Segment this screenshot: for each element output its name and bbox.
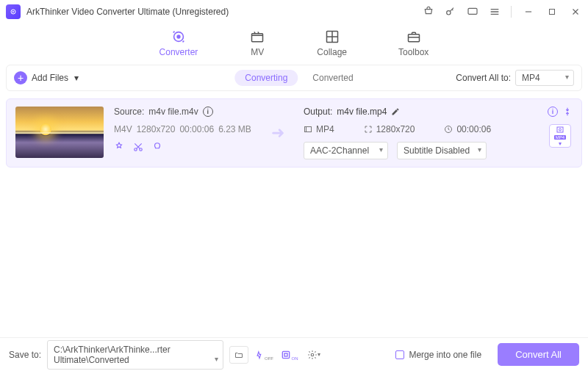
- edit-icon[interactable]: [114, 142, 124, 152]
- svg-rect-15: [282, 351, 289, 358]
- svg-rect-3: [550, 10, 555, 15]
- add-files-label: Add Files: [32, 73, 68, 83]
- tab-converting[interactable]: Converting: [234, 70, 298, 86]
- tab-label: MV: [251, 47, 264, 57]
- minimize-button[interactable]: [522, 6, 535, 18]
- settings-button[interactable]: ▾: [304, 346, 323, 364]
- source-specs: M4V 1280x720 00:00:06 6.23 MB: [114, 124, 261, 134]
- svg-rect-13: [557, 127, 563, 132]
- convert-all-format-select[interactable]: MP4: [515, 70, 574, 86]
- tab-label: Toolbox: [398, 47, 429, 57]
- menu-icon[interactable]: [489, 6, 501, 18]
- svg-rect-6: [252, 34, 263, 42]
- convert-all-to-label: Convert All to:: [456, 73, 511, 83]
- cut-icon[interactable]: [133, 142, 143, 152]
- output-specs: MP4 1280x720 00:00:06: [304, 124, 573, 134]
- output-name: m4v file.mp4: [337, 107, 387, 117]
- video-thumbnail[interactable]: [15, 107, 104, 158]
- open-folder-button[interactable]: [229, 346, 248, 364]
- checkbox-icon: [395, 350, 404, 359]
- chevron-down-icon[interactable]: ▾: [74, 73, 79, 83]
- tab-toolbox[interactable]: Toolbox: [398, 29, 429, 57]
- file-item: Source: m4v file.m4v i M4V 1280x720 00:0…: [6, 98, 582, 168]
- tab-collage[interactable]: Collage: [317, 29, 347, 57]
- feedback-icon[interactable]: [467, 6, 478, 18]
- mv-icon: [249, 29, 265, 44]
- svg-point-17: [311, 353, 314, 356]
- bottombar: Save to: C:\ArkThinker\ArkThinke...rter …: [0, 337, 588, 371]
- tab-label: Converter: [159, 47, 198, 57]
- compress-icon[interactable]: [562, 107, 573, 117]
- titlebar: ArkThinker Video Converter Ultimate (Unr…: [0, 0, 588, 24]
- chevron-down-icon: ▾: [559, 140, 562, 147]
- add-files-button[interactable]: + Add Files ▾: [14, 71, 79, 84]
- rename-icon[interactable]: [391, 107, 400, 116]
- audio-select[interactable]: AAC-2Channel: [304, 142, 388, 159]
- plus-icon: +: [14, 71, 27, 84]
- divider: [511, 6, 512, 18]
- svg-point-14: [559, 129, 562, 131]
- tab-converter[interactable]: Converter: [159, 29, 198, 57]
- info-icon[interactable]: i: [203, 107, 213, 117]
- merge-checkbox[interactable]: Merge into one file: [395, 350, 481, 360]
- format-badge: MP4: [554, 135, 566, 140]
- key-icon[interactable]: [445, 6, 456, 18]
- close-button[interactable]: [569, 6, 582, 18]
- arrow-icon: ➜: [271, 123, 293, 143]
- convert-all-button[interactable]: Convert All: [498, 343, 579, 366]
- toolbox-icon: [406, 29, 422, 44]
- tab-mv[interactable]: MV: [249, 29, 265, 57]
- speed-button[interactable]: OFF: [254, 346, 273, 364]
- tab-label: Collage: [317, 47, 347, 57]
- merge-label: Merge into one file: [409, 350, 481, 360]
- save-path-select[interactable]: C:\ArkThinker\ArkThinke...rter Ultimate\…: [47, 340, 223, 370]
- subtitle-select[interactable]: Subtitle Disabled: [397, 142, 487, 159]
- svg-point-5: [177, 35, 180, 38]
- collage-icon: [324, 29, 340, 44]
- output-format-button[interactable]: MP4 ▾: [549, 124, 571, 148]
- cart-icon[interactable]: [423, 6, 434, 18]
- source-row: Source: m4v file.m4v i: [114, 107, 261, 117]
- svg-point-1: [447, 11, 451, 15]
- app-logo: [6, 4, 21, 19]
- tab-converted[interactable]: Converted: [312, 73, 353, 83]
- save-to-label: Save to:: [9, 350, 41, 360]
- maximize-button[interactable]: [545, 6, 559, 18]
- output-info-icon[interactable]: i: [548, 107, 558, 117]
- toolbar: + Add Files ▾ Converting Converted Conve…: [6, 65, 582, 91]
- svg-rect-8: [408, 35, 419, 42]
- main-tabs: Converter MV Collage Toolbox: [0, 24, 588, 65]
- app-title: ArkThinker Video Converter Ultimate (Unr…: [26, 7, 229, 17]
- enhance-icon[interactable]: [152, 142, 162, 152]
- svg-rect-16: [284, 353, 287, 356]
- gpu-button[interactable]: ON: [279, 346, 298, 364]
- converter-icon: [171, 29, 187, 44]
- svg-rect-11: [305, 127, 312, 132]
- output-label: Output:: [304, 107, 332, 117]
